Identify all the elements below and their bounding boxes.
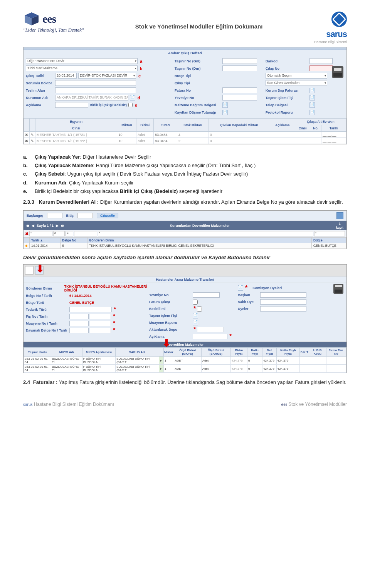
pager-next-icon[interactable]: ▶ xyxy=(56,224,59,228)
sabit-uye-input[interactable] xyxy=(260,299,306,305)
th-butce[interactable]: Bütçe xyxy=(312,238,346,243)
fis-tarih-input[interactable] xyxy=(90,314,111,319)
lookup-cell-icon[interactable]: ▸ xyxy=(159,357,163,365)
baslangic-input[interactable] xyxy=(47,213,62,218)
table-row[interactable]: 253-03-02-01-01-04BUZDOLABI BÜRO TİF BÜR… xyxy=(24,365,346,373)
action-icon[interactable] xyxy=(336,212,343,219)
bitis-input[interactable] xyxy=(77,213,93,218)
cell-miktar[interactable]: 10 xyxy=(117,138,136,144)
baskan-input[interactable] xyxy=(260,292,306,298)
teslim-alan-input[interactable] xyxy=(55,87,136,93)
cell-birim: Adet xyxy=(136,132,154,138)
pager-first-icon[interactable]: ⏮ xyxy=(26,224,29,228)
tasinir-gnl-input[interactable] xyxy=(222,58,257,64)
aciklama-input[interactable] xyxy=(193,334,227,339)
red-arrow-save-icon: ⬇ xyxy=(36,265,44,272)
guncelle-button[interactable]: Güncelle xyxy=(97,213,118,218)
table-row[interactable]: ✖✎MESHER TAHTASI 1/1 ( 15721 )10Adet83.0… xyxy=(24,132,346,138)
birlik-ici-checkbox[interactable] xyxy=(128,103,133,107)
muayene-no-input[interactable] xyxy=(69,321,89,326)
bedelli-checkbox[interactable] xyxy=(197,307,202,312)
pager-prev-icon[interactable]: ◀ xyxy=(32,224,34,228)
document-icon[interactable] xyxy=(309,95,315,101)
cell-miktar[interactable]: 10 xyxy=(117,132,136,138)
delete-row-icon[interactable]: ✖ xyxy=(24,132,30,138)
uyeler-input[interactable] xyxy=(260,306,306,312)
cell-firma[interactable] xyxy=(326,357,346,365)
table-row[interactable]: ✖✎MESHER TAHTASI 1/2 ( 15722 )10Adet83.0… xyxy=(24,138,346,144)
yevmiye-input[interactable] xyxy=(193,292,220,298)
cell-skt[interactable] xyxy=(300,365,309,373)
th-gonderen[interactable]: Gönderen Birim xyxy=(87,238,312,243)
document-icon[interactable] xyxy=(193,320,198,325)
th-aciklama: Açıklama xyxy=(270,119,295,132)
th-katki-payli-fiyat: Katkı Paylı Fiyat xyxy=(276,348,300,357)
cell-evrak-cinsi[interactable] xyxy=(295,132,310,138)
pager-last-icon[interactable]: ⏭ xyxy=(61,224,64,228)
fis-no-input[interactable] xyxy=(69,314,89,319)
fatura-no-input[interactable] xyxy=(222,87,257,93)
yevmiye-no-input[interactable] xyxy=(222,95,257,101)
filter-op[interactable]: = xyxy=(66,231,73,236)
ss2-row[interactable]: ◆ 14.01.2014 6 TKHK İSTANBUL BEYOĞLU KAM… xyxy=(24,243,346,249)
cell-ubb[interactable] xyxy=(309,357,326,365)
tedarik-input[interactable] xyxy=(69,307,112,312)
document-icon[interactable] xyxy=(309,110,315,115)
dropdown-malzeme-tur[interactable]: Tıbbi Sarf Malzeme xyxy=(26,65,138,71)
cell-firma[interactable] xyxy=(326,365,346,373)
dropdown-cikis-yer[interactable]: Diğer Hastanelere Devir xyxy=(26,58,138,64)
muayene-tarih-input[interactable] xyxy=(90,321,111,326)
depo-input[interactable] xyxy=(197,327,224,332)
filter-2[interactable]: 6 xyxy=(53,231,65,236)
cell-evrak-no[interactable] xyxy=(310,132,321,138)
dayanak-no-input[interactable] xyxy=(69,328,89,333)
edit-row-icon[interactable]: ✎ xyxy=(30,132,35,138)
cell-aciklama[interactable] xyxy=(270,132,295,138)
document-icon[interactable] xyxy=(309,88,315,93)
cell-evrak-no[interactable] xyxy=(310,138,321,144)
cell-skt[interactable] xyxy=(300,357,309,365)
filter-4[interactable]: * xyxy=(98,231,313,236)
aciklama-input[interactable] xyxy=(55,102,88,108)
cikis-tipi-select[interactable]: Son Giren Üzerinden xyxy=(266,80,327,86)
filter-1[interactable]: * xyxy=(29,231,52,236)
cell-aciklama[interactable] xyxy=(270,138,295,144)
cell-ubb[interactable] xyxy=(309,365,326,373)
printer-icon[interactable] xyxy=(333,284,343,294)
muayene-raporu-label: Muayene Raporu xyxy=(149,321,192,325)
filter-5[interactable]: * xyxy=(314,231,345,236)
cell-evrak-tarih[interactable]: __.__.__ xyxy=(321,132,346,138)
th-belge-no[interactable]: Belge No xyxy=(61,238,87,243)
delete-row-icon[interactable]: ✖ xyxy=(24,138,30,144)
tasinir-dnr-input[interactable] xyxy=(222,65,257,71)
clear-filter-icon[interactable]: ✖ xyxy=(25,231,29,236)
lookup-cell-icon[interactable]: ▸ xyxy=(159,365,163,373)
barkod-input[interactable] xyxy=(309,58,333,64)
fatura-cikisi-label: Fatura Çıkışı xyxy=(149,300,192,304)
printer-icon[interactable] xyxy=(332,66,343,78)
table-row[interactable]: 253-03-02-01-01-04BUZDOLABI BÜRO TİF BÜR… xyxy=(24,357,346,365)
sorumlu-doktor-input[interactable] xyxy=(55,80,136,86)
kurumun-adi-input[interactable]: ANKARA DR.ZEKAİ TAHİR BURAK KADIN SAĞLIĞ… xyxy=(55,95,128,101)
document-icon[interactable] xyxy=(222,102,228,108)
cell-birim-fiyat: 424.375 xyxy=(230,357,247,365)
window-titlebar xyxy=(24,47,346,50)
toolbar-btn-1[interactable] xyxy=(25,266,34,275)
edit-row-icon[interactable]: ✎ xyxy=(30,138,35,144)
butce-turu-val: GENEL BÜTÇE xyxy=(69,301,94,305)
cikis-tarihi-input[interactable]: 20.03.2014 xyxy=(55,73,77,79)
document-icon[interactable] xyxy=(309,102,315,108)
document-icon[interactable] xyxy=(222,110,228,115)
devir-sebep-select[interactable]: DEVİR-STOK FAZLASI DEVİR xyxy=(78,73,136,79)
filter-3[interactable] xyxy=(74,231,97,236)
fatura-checkbox[interactable] xyxy=(193,300,198,305)
lookup-icon[interactable] xyxy=(238,285,243,291)
th-tarih[interactable]: Tarih ▲ xyxy=(30,238,61,243)
butce-tipi-select[interactable]: Otomatik Seçim xyxy=(266,73,327,79)
cell-evrak-cinsi[interactable] xyxy=(295,138,310,144)
dayanak-tarih-input[interactable] xyxy=(90,328,111,333)
cikis-no-input[interactable] xyxy=(309,65,333,71)
document-icon[interactable] xyxy=(193,313,198,318)
cell-evrak-tarih[interactable]: __.__.__ xyxy=(321,138,346,144)
lookup-icon[interactable] xyxy=(130,95,135,101)
